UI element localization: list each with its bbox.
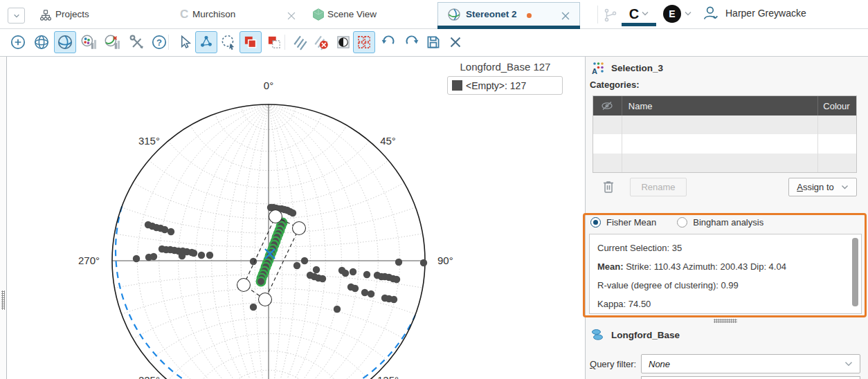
stereonet-plot[interactable]: 0°45°90°135°225°270°315° Longford_Base 1… xyxy=(7,57,585,379)
central-active-underline xyxy=(622,23,656,26)
assign-to-label: Assign to xyxy=(797,182,833,192)
cell-colour[interactable] xyxy=(818,115,856,134)
move-selection-button[interactable] xyxy=(239,31,262,53)
fix-tools-button[interactable] xyxy=(126,31,148,53)
fisher-mean-radio[interactable] xyxy=(590,217,601,228)
sidebar-item-projects[interactable]: Projects xyxy=(55,9,89,19)
remove-statistics-button[interactable] xyxy=(101,31,123,53)
cell-name[interactable] xyxy=(622,115,819,134)
selection-category-icon: A xyxy=(591,61,605,75)
show-planes-button[interactable] xyxy=(289,31,311,53)
colour-column-header[interactable]: Colour xyxy=(818,96,856,115)
scene-view-icon xyxy=(311,6,326,26)
evo-connection-button[interactable]: E xyxy=(663,3,699,25)
undo-icon xyxy=(380,33,398,51)
rename-button[interactable]: Rename xyxy=(630,178,687,196)
name-column-header[interactable]: Name xyxy=(622,96,818,115)
tab-scene-view[interactable]: Scene View xyxy=(327,9,377,19)
close-tab-stereonet-icon[interactable] xyxy=(561,10,570,23)
svg-text:?: ? xyxy=(156,37,162,48)
svg-text:A: A xyxy=(592,67,597,75)
left-panel-splitter[interactable] xyxy=(0,57,7,379)
panel-splitter-grip[interactable] xyxy=(714,319,737,323)
dataset-header: Longford_Base xyxy=(590,328,680,342)
table-row[interactable] xyxy=(593,154,856,172)
plot-title: Longford_Base 127 xyxy=(422,61,585,73)
lasso-select-tool-button[interactable] xyxy=(217,31,239,53)
table-row[interactable] xyxy=(593,134,856,153)
r-value-stat: R-value (degree of clustering): 0.99 xyxy=(597,278,844,297)
paste-selection-icon xyxy=(265,33,283,51)
cell-visibility[interactable] xyxy=(593,154,622,172)
stereonet-canvas[interactable]: 0°45°90°135°225°270°315° xyxy=(7,57,585,379)
query-filter-label: Query filter: xyxy=(590,359,636,369)
help-button[interactable]: ? xyxy=(148,31,170,53)
bingham-analysis-label[interactable]: Bingham analysis xyxy=(693,217,763,228)
central-connection-button[interactable]: C xyxy=(620,3,658,25)
selection-title: Selection_3 xyxy=(611,63,663,73)
paste-selection-button[interactable] xyxy=(263,31,285,53)
stereonet-tab-icon xyxy=(447,8,461,21)
tab-stereonet-2[interactable]: Stereonet 2 xyxy=(437,2,580,26)
cursor-icon xyxy=(175,33,193,51)
cell-colour[interactable] xyxy=(818,154,856,172)
remove-statistics-icon xyxy=(103,33,121,51)
bingham-analysis-radio[interactable] xyxy=(677,217,687,228)
scrollbar-thumb[interactable] xyxy=(852,238,858,306)
divider xyxy=(284,35,285,50)
stereonet-view-button[interactable] xyxy=(54,31,76,53)
categories-label: Categories: xyxy=(590,80,640,90)
tab-murchison[interactable]: Murchison xyxy=(192,9,235,19)
user-menu[interactable]: Harper Greywacke xyxy=(702,4,806,22)
contrast-button[interactable] xyxy=(332,31,354,53)
dataset-title: Longford_Base xyxy=(611,330,680,340)
pointer-tool-button[interactable] xyxy=(173,31,195,53)
table-header-row: Name Colour xyxy=(593,96,856,115)
lasso-select-icon xyxy=(219,33,237,51)
help-icon: ? xyxy=(150,33,168,51)
cell-colour[interactable] xyxy=(818,134,856,153)
svg-text:C: C xyxy=(180,8,188,21)
assign-to-button[interactable]: Assign to xyxy=(788,178,857,196)
delete-category-button[interactable] xyxy=(599,177,617,196)
cell-name[interactable] xyxy=(622,134,819,153)
org-chart-icon xyxy=(39,8,53,26)
tab-overflow-button[interactable] xyxy=(8,8,25,24)
close-tab-murchison-icon[interactable] xyxy=(287,10,296,23)
scene-3d-button[interactable] xyxy=(30,31,53,53)
statistics-icon xyxy=(80,33,98,51)
splitter-grip[interactable] xyxy=(1,290,5,310)
kappa-stat: Kappa: 74.50 xyxy=(597,297,844,315)
add-stereonet-button[interactable] xyxy=(7,31,29,53)
svg-text:315°: 315° xyxy=(138,135,160,147)
query-filter-value: None xyxy=(649,359,670,369)
cell-visibility[interactable] xyxy=(593,134,622,153)
next-field-partial[interactable] xyxy=(641,376,860,379)
close-plot-button[interactable] xyxy=(444,31,467,53)
branch-icon[interactable] xyxy=(603,8,618,26)
stereonet-statistics-button[interactable] xyxy=(78,31,100,53)
grid-selection-button[interactable] xyxy=(353,31,375,53)
evo-logo-icon: E xyxy=(663,5,681,23)
select-points-tool-button[interactable] xyxy=(195,31,217,53)
murchison-project-icon: C xyxy=(177,6,191,24)
svg-text:225°: 225° xyxy=(138,374,160,379)
redo-icon xyxy=(402,33,420,51)
contrast-icon xyxy=(334,33,352,51)
user-name: Harper Greywacke xyxy=(725,8,806,19)
cell-visibility[interactable] xyxy=(593,115,622,134)
fisher-mean-label[interactable]: Fisher Mean xyxy=(606,217,656,228)
remove-planes-button[interactable] xyxy=(310,31,332,53)
visibility-column-header[interactable] xyxy=(593,96,622,115)
move-selection-icon xyxy=(242,33,260,51)
chevron-down-icon xyxy=(844,361,853,367)
redo-button[interactable] xyxy=(400,31,422,53)
categories-table[interactable]: Name Colour xyxy=(593,95,857,173)
eye-hidden-icon xyxy=(601,100,613,112)
properties-panel: A Selection_3 Categories: Name Colour Re… xyxy=(585,57,868,379)
save-button[interactable] xyxy=(422,31,444,53)
cell-name[interactable] xyxy=(622,154,819,172)
undo-button[interactable] xyxy=(378,31,400,53)
query-filter-select[interactable]: None xyxy=(641,354,860,373)
table-row[interactable] xyxy=(593,115,856,134)
